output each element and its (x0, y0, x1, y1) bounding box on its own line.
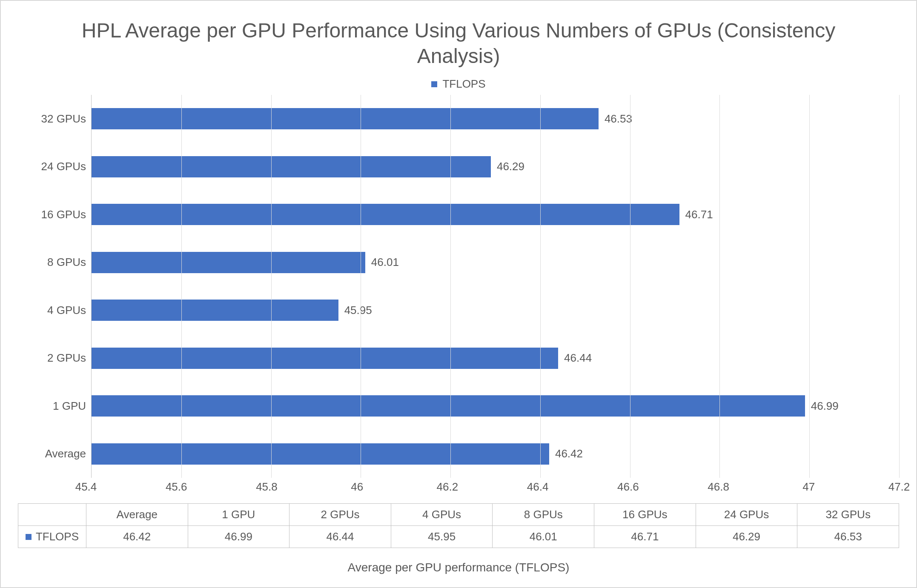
bar-value-label: 46.01 (371, 256, 399, 269)
bar-row: 46.42 (92, 443, 899, 465)
table-row-label: TFLOPS (18, 526, 86, 548)
gridline (450, 95, 451, 478)
y-tick-label: 2 GPUs (47, 351, 86, 365)
chart-title: HPL Average per GPU Performance Using Va… (69, 18, 848, 69)
x-axis-label: Average per GPU performance (TFLOPS) (18, 561, 899, 574)
bar-value-label: 45.95 (344, 304, 372, 317)
y-tick-label: 4 GPUs (47, 304, 86, 317)
gridline (271, 95, 272, 478)
table-cell: 46.29 (696, 526, 797, 548)
bar-value-label: 46.53 (605, 112, 632, 126)
plot-row: Average1 GPU2 GPUs4 GPUs8 GPUs16 GPUs24 … (18, 95, 899, 478)
table-header-cell: Average (86, 504, 188, 526)
bar (92, 395, 805, 417)
table-row: TFLOPS46.4246.9946.4445.9546.0146.7146.2… (18, 526, 899, 548)
legend-label: TFLOPS (442, 77, 485, 91)
table-header-cell: 1 GPU (188, 504, 289, 526)
table-header-blank (18, 504, 86, 526)
gridline (630, 95, 630, 478)
x-tick-label: 46.6 (617, 480, 639, 494)
table-cell: 46.71 (594, 526, 696, 548)
bar-value-label: 46.44 (564, 351, 592, 365)
bar-row: 46.99 (92, 395, 899, 417)
y-tick-label: 16 GPUs (41, 208, 86, 221)
x-tick-label: 46.4 (527, 480, 549, 494)
table-header-cell: 4 GPUs (391, 504, 493, 526)
gridline (809, 95, 810, 478)
bar (92, 300, 338, 321)
chart-card: HPL Average per GPU Performance Using Va… (0, 0, 917, 588)
x-tick-label: 47.2 (888, 480, 910, 494)
table-cell: 46.44 (289, 526, 391, 548)
gridline (361, 95, 361, 478)
table-header-cell: 32 GPUs (797, 504, 899, 526)
y-tick-label: 24 GPUs (41, 160, 86, 173)
gridline (719, 95, 720, 478)
bar-value-label: 46.99 (811, 400, 839, 413)
bar (92, 443, 549, 465)
x-tick-label: 45.6 (166, 480, 187, 494)
legend-swatch-icon (26, 534, 32, 540)
y-tick-label: 32 GPUs (41, 112, 86, 126)
gridline (540, 95, 541, 478)
table-cell: 46.99 (188, 526, 289, 548)
bar (92, 348, 558, 369)
x-tick-label: 46.2 (437, 480, 458, 494)
legend-swatch-icon (431, 81, 437, 87)
x-tick-label: 46 (351, 480, 363, 494)
bar (92, 204, 679, 225)
bar-value-label: 46.71 (685, 208, 713, 221)
bar-row: 46.44 (92, 348, 899, 369)
bar-value-label: 46.42 (555, 447, 583, 460)
x-axis-ticks: 45.445.645.84646.246.446.646.84747.2 (86, 480, 899, 496)
y-tick-label: Average (45, 447, 86, 460)
bar (92, 108, 599, 129)
table-row-label-text: TFLOPS (36, 530, 79, 543)
x-tick-label: 46.8 (708, 480, 729, 494)
bar (92, 252, 365, 273)
x-tick-label: 45.8 (256, 480, 278, 494)
gridline (181, 95, 182, 478)
bar-row: 46.71 (92, 204, 899, 225)
bar-row: 46.53 (92, 108, 899, 129)
bars-container: 46.4246.9946.4445.9546.0146.7146.2946.53 (92, 95, 899, 478)
x-tick-label: 45.4 (75, 480, 97, 494)
table-header-cell: 8 GPUs (493, 504, 594, 526)
table-cell: 46.53 (797, 526, 899, 548)
table-header-row: Average1 GPU2 GPUs4 GPUs8 GPUs16 GPUs24 … (18, 504, 899, 526)
bar-row: 46.29 (92, 156, 899, 177)
data-table: Average1 GPU2 GPUs4 GPUs8 GPUs16 GPUs24 … (18, 503, 899, 548)
y-tick-label: 8 GPUs (47, 256, 86, 269)
table-cell: 46.01 (493, 526, 594, 548)
table-cell: 45.95 (391, 526, 493, 548)
y-axis-labels: Average1 GPU2 GPUs4 GPUs8 GPUs16 GPUs24 … (18, 95, 91, 478)
table-header-cell: 2 GPUs (289, 504, 391, 526)
bar (92, 156, 491, 177)
x-tick-label: 47 (802, 480, 815, 494)
bar-row: 45.95 (92, 300, 899, 321)
plot-area: 46.4246.9946.4445.9546.0146.7146.2946.53 (91, 95, 899, 478)
legend: TFLOPS (18, 77, 899, 91)
table-header-cell: 24 GPUs (696, 504, 797, 526)
table-cell: 46.42 (86, 526, 188, 548)
y-tick-label: 1 GPU (53, 400, 86, 413)
gridline (899, 95, 900, 478)
bar-row: 46.01 (92, 252, 899, 273)
x-axis: 45.445.645.84646.246.446.646.84747.2 (18, 480, 899, 496)
bar-value-label: 46.29 (497, 160, 524, 173)
table-header-cell: 16 GPUs (594, 504, 696, 526)
